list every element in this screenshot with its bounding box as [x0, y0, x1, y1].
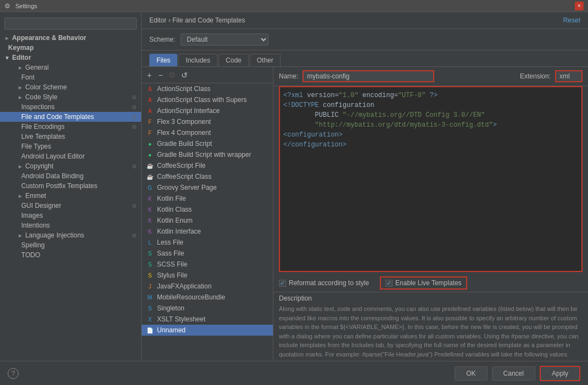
- sidebar-item-live-templates[interactable]: Live Templates: [0, 132, 141, 141]
- list-item[interactable]: ☕ CoffeeScript File: [142, 160, 273, 171]
- file-icon: K: [146, 217, 154, 224]
- arrow-icon: ►: [18, 233, 23, 239]
- list-item[interactable]: K Kotlin File: [142, 193, 273, 204]
- list-item[interactable]: S Sass File: [142, 248, 273, 259]
- description-label: Description: [279, 295, 583, 302]
- list-item[interactable]: M MobileResourceBundle: [142, 292, 273, 303]
- sidebar-item-android-layout[interactable]: Android Layout Editor: [0, 151, 141, 161]
- file-icon: J: [146, 282, 154, 290]
- sidebar-item-intentions[interactable]: Intentions: [0, 220, 141, 230]
- sidebar-item-todo[interactable]: TODO: [0, 250, 141, 260]
- code-line: <?xml version="1.0" encoding="UTF-8" ?>: [283, 90, 578, 100]
- list-item[interactable]: ☕ CoffeeScript Class: [142, 171, 273, 182]
- title-bar-text: Settings: [15, 3, 575, 9]
- list-item[interactable]: F Flex 3 Component: [142, 116, 273, 127]
- sidebar-item-images[interactable]: Images: [0, 211, 141, 220]
- ok-button[interactable]: OK: [455, 366, 487, 381]
- sidebar-item-file-encodings[interactable]: File Encodings ⚙: [0, 122, 141, 132]
- file-icon: K: [146, 228, 154, 235]
- gear-icon: ⚙: [132, 163, 137, 169]
- list-item[interactable]: X XSLT Stylesheet: [142, 314, 273, 325]
- sidebar-item-gui-designer[interactable]: GUI Designer ⚙: [0, 201, 141, 211]
- live-templates-checkbox[interactable]: ✓: [385, 280, 393, 287]
- list-item[interactable]: S SCSS File: [142, 259, 273, 270]
- gear-icon: ⚙: [132, 203, 137, 209]
- split-area: + − ⧉ ↺ A ActionScript Class A ActionScr…: [142, 66, 588, 361]
- reformat-checkbox[interactable]: ✓: [279, 280, 286, 287]
- sidebar-item-appearance[interactable]: ► Appearance & Behavior: [0, 33, 141, 43]
- list-item[interactable]: K Kotlin Class: [142, 204, 273, 215]
- breadcrumb: Editor › File and Code Templates Reset: [142, 12, 588, 29]
- list-item[interactable]: A ActionScript Class: [142, 83, 273, 94]
- add-button[interactable]: +: [145, 70, 154, 81]
- list-item[interactable]: K Kotlin Enum: [142, 215, 273, 226]
- sidebar-item-copyright[interactable]: ► Copyright ⚙: [0, 161, 141, 171]
- file-icon: F: [146, 118, 154, 126]
- arrow-icon: ►: [18, 94, 23, 100]
- reset-link[interactable]: Reset: [563, 16, 580, 24]
- list-item[interactable]: ● Gradle Build Script: [142, 138, 273, 149]
- arrow-icon: [18, 124, 19, 130]
- name-input[interactable]: [303, 70, 434, 82]
- sidebar-item-font[interactable]: Font: [0, 72, 141, 82]
- close-button[interactable]: ×: [575, 2, 584, 10]
- sidebar-item-emmet[interactable]: ► Emmet: [0, 191, 141, 201]
- file-list: A ActionScript Class A ActionScript Clas…: [142, 83, 273, 361]
- list-item[interactable]: A ActionScript Class with Supers: [142, 94, 273, 105]
- file-icon: K: [146, 195, 154, 202]
- list-item[interactable]: L Less File: [142, 237, 273, 248]
- reset-button[interactable]: ↺: [179, 70, 190, 81]
- name-row: Name: Extension:: [273, 67, 588, 86]
- list-item[interactable]: S Singleton: [142, 303, 273, 314]
- code-line: <configuration>: [283, 130, 578, 140]
- remove-button[interactable]: −: [156, 70, 165, 81]
- scheme-select[interactable]: Default Project: [181, 33, 268, 46]
- reformat-checkbox-label[interactable]: ✓ Reformat according to style: [279, 279, 369, 287]
- list-item-unnamed[interactable]: 📄 Unnamed: [142, 325, 273, 336]
- sidebar-item-language-injections[interactable]: ► Language Injections ⚙: [0, 230, 141, 240]
- sidebar-item-android-data-binding[interactable]: Android Data Binding: [0, 171, 141, 181]
- cancel-button[interactable]: Cancel: [492, 366, 535, 381]
- search-input[interactable]: [4, 18, 137, 30]
- arrow-icon: ►: [18, 65, 23, 71]
- sidebar-item-file-code-templates[interactable]: File and Code Templates ⚙: [0, 112, 141, 122]
- live-templates-checkbox-label[interactable]: ✓ Enable Live Templates: [380, 276, 467, 290]
- code-line: </configuration>: [283, 140, 578, 150]
- extension-input[interactable]: [555, 70, 583, 82]
- sidebar-item-keymap[interactable]: Keymap: [0, 43, 141, 53]
- sidebar: ► Appearance & Behavior Keymap ▼ Editor …: [0, 12, 142, 361]
- arrow-icon: ►: [18, 193, 23, 199]
- scheme-row: Scheme: Default Project: [142, 29, 588, 50]
- tab-includes[interactable]: Includes: [178, 54, 217, 66]
- sidebar-item-custom-postfix[interactable]: Custom Postfix Templates: [0, 181, 141, 191]
- arrow-icon: [18, 104, 19, 110]
- list-item[interactable]: J JavaFXApplication: [142, 281, 273, 292]
- list-item[interactable]: F Flex 4 Component: [142, 127, 273, 138]
- apply-button[interactable]: Apply: [540, 366, 580, 381]
- code-editor[interactable]: <?xml version="1.0" encoding="UTF-8" ?> …: [279, 86, 583, 272]
- sidebar-item-general[interactable]: ► General: [0, 63, 141, 72]
- sidebar-item-color-scheme[interactable]: ► Color Scheme: [0, 82, 141, 92]
- gear-icon: ⚙: [132, 124, 137, 130]
- sidebar-item-code-style[interactable]: ► Code Style ⚙: [0, 92, 141, 102]
- file-list-panel: + − ⧉ ↺ A ActionScript Class A ActionScr…: [142, 67, 273, 361]
- arrow-icon: ►: [4, 35, 10, 41]
- sidebar-item-spelling[interactable]: Spelling: [0, 240, 141, 250]
- list-item[interactable]: K Kotlin Interface: [142, 226, 273, 237]
- help-button[interactable]: ?: [8, 368, 19, 379]
- arrow-icon: [18, 183, 19, 189]
- list-item[interactable]: G Groovy Server Page: [142, 182, 273, 193]
- sidebar-item-file-types[interactable]: File Types: [0, 141, 141, 151]
- list-item[interactable]: A ActionScript Interface: [142, 105, 273, 116]
- tab-files[interactable]: Files: [149, 54, 177, 66]
- file-list-toolbar: + − ⧉ ↺: [142, 67, 273, 83]
- tab-other[interactable]: Other: [250, 54, 281, 66]
- arrow-icon: [18, 144, 19, 150]
- list-item[interactable]: S Stylus File: [142, 270, 273, 281]
- code-line: PUBLIC "-//mybatis.org//DTD Config 3.0//…: [283, 110, 578, 120]
- copy-button[interactable]: ⧉: [167, 69, 177, 81]
- sidebar-item-inspections[interactable]: Inspections ⚙: [0, 102, 141, 112]
- tab-code[interactable]: Code: [219, 54, 249, 66]
- sidebar-item-editor[interactable]: ▼ Editor: [0, 53, 141, 63]
- list-item[interactable]: ● Gradle Build Script with wrapper: [142, 149, 273, 160]
